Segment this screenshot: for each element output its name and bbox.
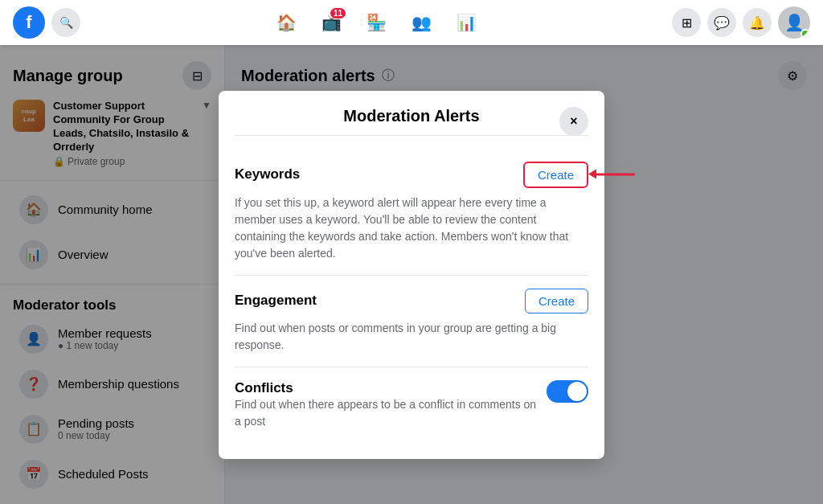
content-area: Moderation alerts ⓘ ⚙ All Engagement Key… [225, 45, 823, 504]
keywords-section: Keywords Create If you set this up, a ke… [235, 149, 588, 276]
modal-close-button[interactable]: × [559, 107, 588, 136]
engagement-section-header: Engagement Create [235, 289, 588, 313]
engagement-section: Engagement Create Find out when posts or… [235, 276, 588, 367]
online-indicator [800, 29, 810, 39]
notifications-button[interactable]: 🔔 [743, 8, 772, 37]
modal-title: Moderation Alerts [343, 107, 479, 125]
toggle-knob [567, 382, 587, 401]
keywords-create-wrapper: Create [523, 162, 588, 188]
nav-center: 🏠 📺 11 🏪 👥 📊 [80, 3, 672, 42]
conflicts-toggle[interactable] [547, 380, 588, 403]
moderation-alerts-modal: Moderation Alerts × Keywords Create [225, 91, 604, 459]
conflicts-text: Conflicts Find out when there appears to… [235, 380, 537, 430]
user-avatar[interactable]: 👤 [778, 6, 810, 39]
facebook-logo[interactable]: f [13, 6, 45, 39]
conflicts-description: Find out when there appears to be a conf… [235, 396, 537, 430]
conflicts-toggle-container: Conflicts Find out when there appears to… [235, 380, 588, 430]
keywords-title: Keywords [235, 166, 300, 182]
nav-right: ⊞ 💬 🔔 👤 [672, 6, 810, 39]
arrow-indicator [595, 174, 635, 176]
keywords-description: If you set this up, a keyword alert will… [235, 195, 588, 262]
watch-badge: 11 [330, 8, 346, 18]
top-navigation: f 🔍 🏠 📺 11 🏪 👥 📊 ⊞ 💬 🔔 👤 [0, 0, 823, 45]
messenger-button[interactable]: 💬 [707, 8, 736, 37]
nav-gaming-button[interactable]: 📊 [447, 3, 485, 42]
conflicts-section: Conflicts Find out when there appears to… [235, 367, 588, 443]
nav-home-button[interactable]: 🏠 [267, 3, 305, 42]
engagement-create-button[interactable]: Create [525, 289, 588, 313]
nav-watch-button[interactable]: 📺 11 [312, 3, 350, 42]
apps-button[interactable]: ⊞ [672, 8, 701, 37]
modal-overlay: Moderation Alerts × Keywords Create [225, 45, 823, 504]
main-layout: Manage group ⊟ roupLea Customer Support … [0, 45, 823, 504]
keywords-create-button[interactable]: Create [523, 162, 588, 188]
keywords-section-header: Keywords Create [235, 162, 588, 188]
conflicts-title: Conflicts [235, 380, 537, 396]
modal-header: Moderation Alerts × [235, 107, 588, 136]
nav-marketplace-button[interactable]: 🏪 [357, 3, 395, 42]
engagement-description: Find out when posts or comments in your … [235, 320, 588, 354]
nav-left: f 🔍 [13, 6, 80, 39]
arrow-line [595, 174, 635, 176]
search-button[interactable]: 🔍 [51, 8, 80, 37]
nav-groups-button[interactable]: 👥 [402, 3, 440, 42]
engagement-title: Engagement [235, 293, 317, 309]
arrowhead [588, 170, 596, 179]
